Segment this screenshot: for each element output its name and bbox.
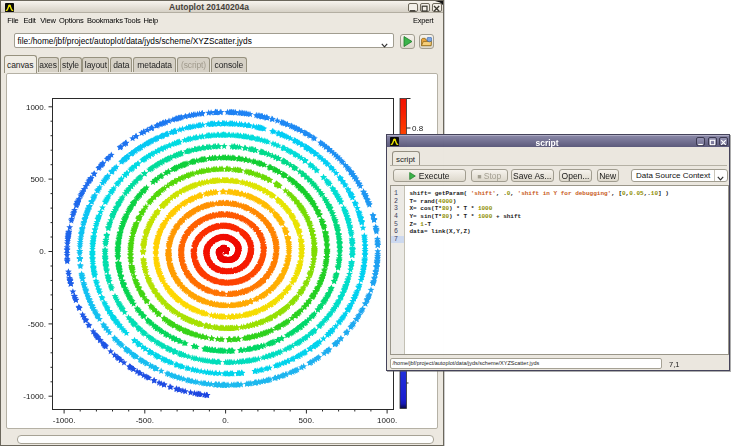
svg-text:-500.: -500. [136, 416, 154, 425]
svg-text:0.: 0. [222, 416, 229, 425]
svg-text:1000.: 1000. [26, 103, 46, 112]
svg-text:500.: 500. [30, 175, 46, 184]
svg-text:0.: 0. [39, 247, 46, 256]
svg-text:-1000.: -1000. [53, 416, 76, 425]
svg-text:500.: 500. [299, 416, 315, 425]
svg-text:-500.: -500. [28, 320, 46, 329]
svg-text:1000.: 1000. [377, 416, 397, 425]
svg-text:0.8: 0.8 [412, 124, 424, 133]
svg-text:-1000.: -1000. [23, 392, 46, 401]
